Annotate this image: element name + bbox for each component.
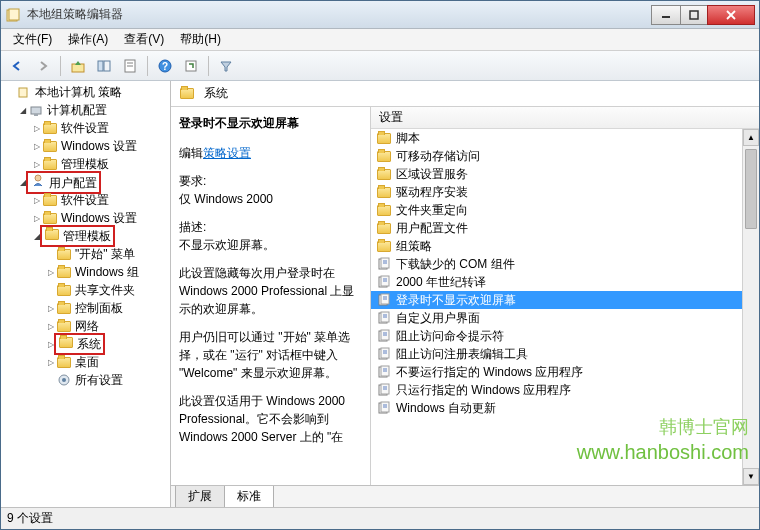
folder-icon xyxy=(377,221,391,235)
tree-panel: 本地计算机 策略 计算机配置 软件设置 Windows 设置 管理模板 用户配置… xyxy=(1,81,171,507)
list-item-label: 阻止访问注册表编辑工具 xyxy=(396,346,528,363)
list-item-label: 2000 年世纪转译 xyxy=(396,274,486,291)
list-item[interactable]: 只运行指定的 Windows 应用程序 xyxy=(371,381,759,399)
list-item-label: 阻止访问命令提示符 xyxy=(396,328,504,345)
tree-uc-software[interactable]: 软件设置 xyxy=(1,191,170,209)
list-item[interactable]: 自定义用户界面 xyxy=(371,309,759,327)
list-item[interactable]: 驱动程序安装 xyxy=(371,183,759,201)
back-button[interactable] xyxy=(5,54,29,78)
list-item-label: 文件夹重定向 xyxy=(396,202,468,219)
list-item[interactable]: 脚本 xyxy=(371,129,759,147)
list-item[interactable]: 组策略 xyxy=(371,237,759,255)
list-item[interactable]: 可移动存储访问 xyxy=(371,147,759,165)
list-item-label: 登录时不显示欢迎屏幕 xyxy=(396,292,516,309)
list-item-label: 用户配置文件 xyxy=(396,220,468,237)
bottom-tabs: 扩展 标准 xyxy=(171,485,759,507)
tree-uc-admin[interactable]: 管理模板 xyxy=(1,227,170,245)
svg-point-20 xyxy=(62,378,66,382)
list-item[interactable]: 不要运行指定的 Windows 应用程序 xyxy=(371,363,759,381)
list-scrollbar[interactable]: ▲ ▼ xyxy=(742,129,759,485)
menu-help[interactable]: 帮助(H) xyxy=(172,29,229,50)
menu-file[interactable]: 文件(F) xyxy=(5,29,60,50)
folder-icon xyxy=(179,87,195,101)
menu-view[interactable]: 查看(V) xyxy=(116,29,172,50)
folder-icon xyxy=(377,203,391,217)
list-item[interactable]: 阻止访问注册表编辑工具 xyxy=(371,345,759,363)
tab-standard[interactable]: 标准 xyxy=(224,486,274,507)
column-header-setting[interactable]: 设置 xyxy=(371,107,759,129)
setting-icon xyxy=(377,401,391,415)
setting-icon xyxy=(377,383,391,397)
tree-shared-folders[interactable]: 共享文件夹 xyxy=(1,281,170,299)
list-item[interactable]: 用户配置文件 xyxy=(371,219,759,237)
tree-root[interactable]: 本地计算机 策略 xyxy=(1,83,170,101)
list-item-label: 下载缺少的 COM 组件 xyxy=(396,256,515,273)
edit-policy-link[interactable]: 策略设置 xyxy=(203,146,251,160)
minimize-button[interactable] xyxy=(651,5,681,25)
maximize-button[interactable] xyxy=(680,5,708,25)
titlebar: 本地组策略编辑器 xyxy=(1,1,759,29)
scroll-down-button[interactable]: ▼ xyxy=(743,468,759,485)
list-item[interactable]: 阻止访问命令提示符 xyxy=(371,327,759,345)
close-button[interactable] xyxy=(707,5,755,25)
show-hide-tree-button[interactable] xyxy=(92,54,116,78)
setting-icon xyxy=(377,365,391,379)
list-item-label: 驱动程序安装 xyxy=(396,184,468,201)
svg-rect-3 xyxy=(690,11,698,19)
list-item-label: 区域设置服务 xyxy=(396,166,468,183)
svg-point-18 xyxy=(35,175,41,181)
list-item-label: 只运行指定的 Windows 应用程序 xyxy=(396,382,571,399)
svg-rect-16 xyxy=(31,107,41,114)
folder-icon xyxy=(377,167,391,181)
statusbar: 9 个设置 xyxy=(1,507,759,529)
tree-desktop[interactable]: 桌面 xyxy=(1,353,170,371)
right-header: 系统 xyxy=(171,81,759,107)
svg-rect-6 xyxy=(72,64,84,72)
setting-icon xyxy=(377,293,391,307)
tree-system[interactable]: 系统 xyxy=(1,335,170,353)
filter-button[interactable] xyxy=(214,54,238,78)
setting-icon xyxy=(377,311,391,325)
folder-icon xyxy=(377,239,391,253)
tree-user-config[interactable]: 用户配置 xyxy=(1,173,170,191)
list-item[interactable]: 2000 年世纪转译 xyxy=(371,273,759,291)
list-item[interactable]: Windows 自动更新 xyxy=(371,399,759,417)
tree-cc-software[interactable]: 软件设置 xyxy=(1,119,170,137)
right-header-title: 系统 xyxy=(204,85,228,102)
list-item[interactable]: 下载缺少的 COM 组件 xyxy=(371,255,759,273)
folder-icon xyxy=(377,149,391,163)
list-item-label: 不要运行指定的 Windows 应用程序 xyxy=(396,364,583,381)
tree-all-settings[interactable]: 所有设置 xyxy=(1,371,170,389)
folder-icon xyxy=(377,131,391,145)
list-item-label: 自定义用户界面 xyxy=(396,310,480,327)
menu-action[interactable]: 操作(A) xyxy=(60,29,116,50)
scroll-up-button[interactable]: ▲ xyxy=(743,129,759,146)
export-button[interactable] xyxy=(179,54,203,78)
svg-rect-14 xyxy=(186,61,196,71)
properties-button[interactable] xyxy=(118,54,142,78)
tree-control-panel[interactable]: 控制面板 xyxy=(1,299,170,317)
tree-cc-windows[interactable]: Windows 设置 xyxy=(1,137,170,155)
svg-rect-17 xyxy=(34,114,38,116)
setting-title: 登录时不显示欢迎屏幕 xyxy=(179,115,362,132)
list-item[interactable]: 文件夹重定向 xyxy=(371,201,759,219)
setting-icon xyxy=(377,275,391,289)
tree-start-menu[interactable]: "开始" 菜单 xyxy=(1,245,170,263)
svg-rect-8 xyxy=(104,61,110,71)
tab-extended[interactable]: 扩展 xyxy=(175,486,225,507)
svg-rect-7 xyxy=(98,61,103,71)
svg-rect-1 xyxy=(9,9,19,20)
scroll-thumb[interactable] xyxy=(745,149,757,229)
description-panel: 登录时不显示欢迎屏幕 编辑策略设置 要求:仅 Windows 2000 描述:不… xyxy=(171,107,371,485)
list-item[interactable]: 登录时不显示欢迎屏幕 xyxy=(371,291,759,309)
forward-button[interactable] xyxy=(31,54,55,78)
app-icon xyxy=(5,7,21,23)
tree-win-components[interactable]: Windows 组 xyxy=(1,263,170,281)
menubar: 文件(F) 操作(A) 查看(V) 帮助(H) xyxy=(1,29,759,51)
tree-computer-config[interactable]: 计算机配置 xyxy=(1,101,170,119)
help-button[interactable]: ? xyxy=(153,54,177,78)
list-item[interactable]: 区域设置服务 xyxy=(371,165,759,183)
up-button[interactable] xyxy=(66,54,90,78)
svg-rect-15 xyxy=(19,88,27,97)
status-text: 9 个设置 xyxy=(7,510,53,527)
